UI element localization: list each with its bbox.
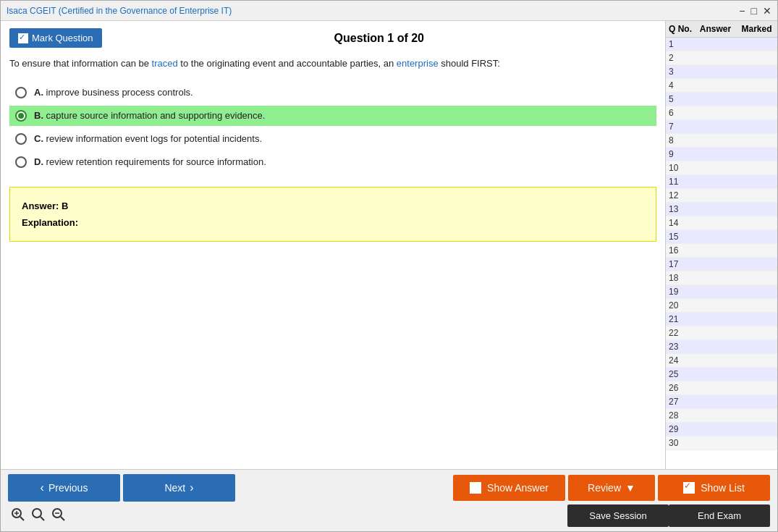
option-a-label: A. improve business process controls. — [34, 87, 193, 98]
sidebar-row[interactable]: 23 — [666, 340, 777, 354]
sidebar-row-marked — [736, 163, 777, 173]
option-c[interactable]: C. review information event logs for pot… — [9, 129, 656, 149]
explanation-text: Explanation: — [22, 214, 644, 231]
sidebar-row[interactable]: 13 — [666, 203, 777, 216]
sidebar-row-answer — [695, 355, 736, 366]
sidebar-row-answer — [695, 245, 736, 256]
show-answer-button[interactable]: Show Answer — [453, 475, 565, 501]
mark-question-button[interactable]: Mark Question — [9, 28, 102, 48]
sidebar-row-marked — [736, 94, 777, 104]
answer-box: Answer: B Explanation: — [9, 187, 656, 242]
zoom-in-button[interactable] — [8, 506, 28, 526]
sidebar-row[interactable]: 11 — [666, 175, 777, 189]
sidebar-row[interactable]: 7 — [666, 120, 777, 134]
option-d[interactable]: D. review retention requirements for sou… — [9, 152, 656, 172]
sidebar-row[interactable]: 14 — [666, 216, 777, 230]
previous-arrow-icon: ‹ — [41, 481, 44, 494]
sidebar-row[interactable]: 29 — [666, 423, 777, 436]
save-session-button[interactable]: Save Session — [567, 504, 669, 527]
sidebar-row[interactable]: 8 — [666, 134, 777, 148]
sidebar-row[interactable]: 10 — [666, 161, 777, 175]
sidebar-row[interactable]: 17 — [666, 258, 777, 271]
option-d-radio — [15, 156, 27, 168]
sidebar-col-answer: Answer — [695, 24, 736, 34]
sidebar-row[interactable]: 15 — [666, 230, 777, 244]
next-button[interactable]: Next › — [123, 474, 235, 502]
sidebar-row-answer — [695, 287, 736, 297]
sidebar-row-marked — [736, 287, 777, 297]
sidebar-row[interactable]: 16 — [666, 244, 777, 258]
sidebar-row-answer — [695, 328, 736, 338]
sidebar-row-answer — [695, 410, 736, 421]
sidebar-row[interactable]: 12 — [666, 189, 777, 203]
sidebar: Q No. Answer Marked 1 2 3 4 5 6 7 — [665, 21, 777, 469]
sidebar-row[interactable]: 2 — [666, 51, 777, 65]
sidebar-row-num: 10 — [666, 163, 695, 173]
sidebar-row[interactable]: 24 — [666, 354, 777, 368]
option-d-label: D. review retention requirements for sou… — [34, 156, 266, 167]
sidebar-row[interactable]: 26 — [666, 381, 777, 395]
sidebar-row-marked — [736, 245, 777, 256]
title-bar: Isaca CGEIT (Certified in the Governance… — [1, 1, 777, 21]
sidebar-row-num: 24 — [666, 355, 695, 366]
review-arrow-icon: ▼ — [625, 482, 635, 494]
sidebar-row-marked — [736, 410, 777, 421]
sidebar-row-answer — [695, 39, 736, 49]
zoom-normal-button[interactable] — [28, 506, 48, 526]
option-b[interactable]: B. capture source information and suppor… — [9, 106, 656, 126]
sidebar-col-qno: Q No. — [666, 24, 695, 34]
content-area: Mark Question Question 1 of 20 To ensure… — [1, 21, 777, 469]
sidebar-row[interactable]: 5 — [666, 93, 777, 106]
option-b-radio — [15, 110, 27, 122]
sidebar-row-marked — [736, 314, 777, 324]
sidebar-row-num: 25 — [666, 369, 695, 379]
sidebar-row-num: 9 — [666, 149, 695, 159]
show-list-button[interactable]: Show List — [658, 475, 770, 501]
sidebar-row-answer — [695, 177, 736, 187]
sidebar-row[interactable]: 21 — [666, 313, 777, 326]
sidebar-row[interactable]: 28 — [666, 409, 777, 423]
review-button[interactable]: Review ▼ — [568, 475, 655, 501]
sidebar-row-num: 13 — [666, 204, 695, 214]
end-exam-button[interactable]: End Exam — [669, 504, 770, 527]
sidebar-row[interactable]: 4 — [666, 79, 777, 93]
sidebar-row-num: 21 — [666, 314, 695, 324]
question-title: Question 1 of 20 — [102, 32, 656, 45]
sidebar-row-answer — [695, 424, 736, 434]
question-text: To ensure that information can be traced… — [9, 56, 656, 71]
zoom-in-icon — [11, 507, 25, 522]
previous-button[interactable]: ‹ Previous — [8, 474, 120, 502]
option-a[interactable]: A. improve business process controls. — [9, 83, 656, 103]
sidebar-row[interactable]: 30 — [666, 436, 777, 450]
sidebar-row[interactable]: 6 — [666, 106, 777, 120]
sidebar-row[interactable]: 25 — [666, 368, 777, 381]
sidebar-row-num: 1 — [666, 39, 695, 49]
sidebar-scroll[interactable]: 1 2 3 4 5 6 7 8 9 10 11 — [666, 38, 777, 469]
sidebar-row[interactable]: 18 — [666, 271, 777, 285]
sidebar-row[interactable]: 3 — [666, 65, 777, 79]
sidebar-row-num: 14 — [666, 218, 695, 228]
sidebar-row[interactable]: 22 — [666, 326, 777, 340]
sidebar-row-answer — [695, 438, 736, 448]
close-button[interactable]: ✕ — [763, 5, 771, 17]
zoom-out-button[interactable] — [48, 506, 69, 526]
minimize-button[interactable]: − — [739, 5, 745, 17]
sidebar-row-marked — [736, 342, 777, 352]
app-window: Isaca CGEIT (Certified in the Governance… — [0, 0, 778, 532]
zoom-normal-icon — [31, 507, 46, 522]
sidebar-row-num: 28 — [666, 410, 695, 421]
option-c-label: C. review information event logs for pot… — [34, 133, 262, 144]
sidebar-row[interactable]: 19 — [666, 285, 777, 299]
sidebar-row[interactable]: 9 — [666, 148, 777, 161]
restore-button[interactable]: □ — [751, 5, 757, 17]
sidebar-row[interactable]: 27 — [666, 395, 777, 409]
sidebar-row-answer — [695, 135, 736, 145]
sidebar-row[interactable]: 20 — [666, 299, 777, 313]
option-b-label: B. capture source information and suppor… — [34, 110, 265, 121]
sidebar-row[interactable]: 1 — [666, 38, 777, 51]
sidebar-row-num: 16 — [666, 245, 695, 256]
sidebar-row-num: 27 — [666, 397, 695, 407]
sidebar-row-num: 8 — [666, 135, 695, 145]
sidebar-row-marked — [736, 149, 777, 159]
sidebar-row-marked — [736, 300, 777, 311]
